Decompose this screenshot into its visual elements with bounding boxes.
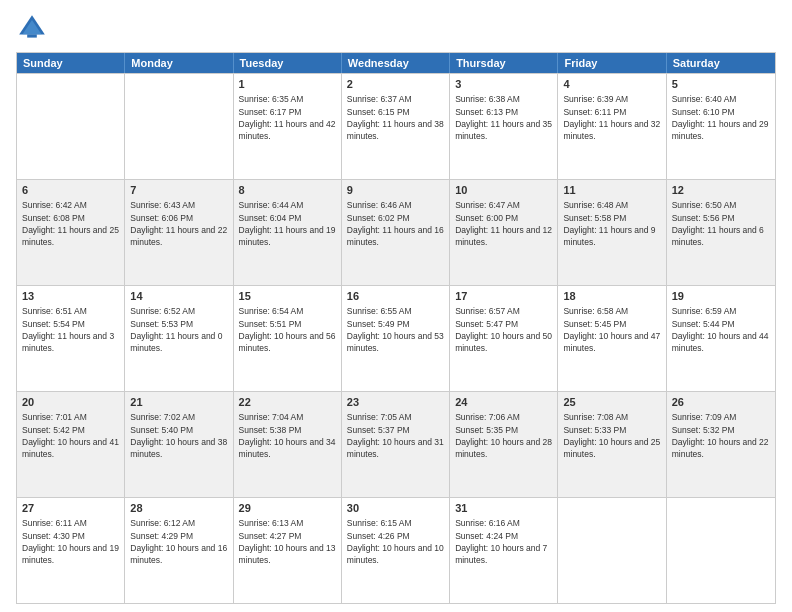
cal-cell-7: 7Sunrise: 6:43 AM Sunset: 6:06 PM Daylig… <box>125 180 233 285</box>
day-number: 6 <box>22 183 119 198</box>
day-info: Sunrise: 6:12 AM Sunset: 4:29 PM Dayligh… <box>130 517 227 566</box>
day-info: Sunrise: 7:02 AM Sunset: 5:40 PM Dayligh… <box>130 411 227 460</box>
header-day-friday: Friday <box>558 53 666 73</box>
day-info: Sunrise: 6:43 AM Sunset: 6:06 PM Dayligh… <box>130 199 227 248</box>
day-number: 2 <box>347 77 444 92</box>
day-number: 19 <box>672 289 770 304</box>
day-number: 10 <box>455 183 552 198</box>
day-number: 12 <box>672 183 770 198</box>
logo <box>16 12 52 44</box>
day-number: 30 <box>347 501 444 516</box>
cal-row-1: 6Sunrise: 6:42 AM Sunset: 6:08 PM Daylig… <box>17 179 775 285</box>
cal-cell-16: 16Sunrise: 6:55 AM Sunset: 5:49 PM Dayli… <box>342 286 450 391</box>
day-info: Sunrise: 6:50 AM Sunset: 5:56 PM Dayligh… <box>672 199 770 248</box>
day-number: 8 <box>239 183 336 198</box>
day-number: 24 <box>455 395 552 410</box>
header-day-sunday: Sunday <box>17 53 125 73</box>
header <box>16 12 776 44</box>
day-info: Sunrise: 7:01 AM Sunset: 5:42 PM Dayligh… <box>22 411 119 460</box>
day-number: 18 <box>563 289 660 304</box>
day-number: 5 <box>672 77 770 92</box>
cal-cell-23: 23Sunrise: 7:05 AM Sunset: 5:37 PM Dayli… <box>342 392 450 497</box>
header-day-monday: Monday <box>125 53 233 73</box>
day-info: Sunrise: 6:44 AM Sunset: 6:04 PM Dayligh… <box>239 199 336 248</box>
day-number: 1 <box>239 77 336 92</box>
logo-icon <box>16 12 48 44</box>
cal-cell-25: 25Sunrise: 7:08 AM Sunset: 5:33 PM Dayli… <box>558 392 666 497</box>
day-info: Sunrise: 6:55 AM Sunset: 5:49 PM Dayligh… <box>347 305 444 354</box>
day-number: 22 <box>239 395 336 410</box>
day-number: 15 <box>239 289 336 304</box>
day-number: 4 <box>563 77 660 92</box>
day-info: Sunrise: 7:04 AM Sunset: 5:38 PM Dayligh… <box>239 411 336 460</box>
day-info: Sunrise: 6:35 AM Sunset: 6:17 PM Dayligh… <box>239 93 336 142</box>
day-number: 17 <box>455 289 552 304</box>
day-number: 3 <box>455 77 552 92</box>
cal-cell-18: 18Sunrise: 6:58 AM Sunset: 5:45 PM Dayli… <box>558 286 666 391</box>
cal-cell-11: 11Sunrise: 6:48 AM Sunset: 5:58 PM Dayli… <box>558 180 666 285</box>
day-info: Sunrise: 6:57 AM Sunset: 5:47 PM Dayligh… <box>455 305 552 354</box>
page: SundayMondayTuesdayWednesdayThursdayFrid… <box>0 0 792 612</box>
cal-cell-26: 26Sunrise: 7:09 AM Sunset: 5:32 PM Dayli… <box>667 392 775 497</box>
day-info: Sunrise: 6:59 AM Sunset: 5:44 PM Dayligh… <box>672 305 770 354</box>
day-number: 20 <box>22 395 119 410</box>
cal-cell-14: 14Sunrise: 6:52 AM Sunset: 5:53 PM Dayli… <box>125 286 233 391</box>
cal-cell-29: 29Sunrise: 6:13 AM Sunset: 4:27 PM Dayli… <box>234 498 342 603</box>
calendar: SundayMondayTuesdayWednesdayThursdayFrid… <box>16 52 776 604</box>
cal-cell-12: 12Sunrise: 6:50 AM Sunset: 5:56 PM Dayli… <box>667 180 775 285</box>
cal-row-4: 27Sunrise: 6:11 AM Sunset: 4:30 PM Dayli… <box>17 497 775 603</box>
cal-row-3: 20Sunrise: 7:01 AM Sunset: 5:42 PM Dayli… <box>17 391 775 497</box>
cal-cell-10: 10Sunrise: 6:47 AM Sunset: 6:00 PM Dayli… <box>450 180 558 285</box>
day-number: 16 <box>347 289 444 304</box>
cal-cell-15: 15Sunrise: 6:54 AM Sunset: 5:51 PM Dayli… <box>234 286 342 391</box>
cal-cell-empty <box>17 74 125 179</box>
cal-cell-empty <box>667 498 775 603</box>
day-number: 23 <box>347 395 444 410</box>
cal-row-2: 13Sunrise: 6:51 AM Sunset: 5:54 PM Dayli… <box>17 285 775 391</box>
day-info: Sunrise: 6:40 AM Sunset: 6:10 PM Dayligh… <box>672 93 770 142</box>
cal-cell-31: 31Sunrise: 6:16 AM Sunset: 4:24 PM Dayli… <box>450 498 558 603</box>
day-number: 29 <box>239 501 336 516</box>
day-info: Sunrise: 6:47 AM Sunset: 6:00 PM Dayligh… <box>455 199 552 248</box>
day-info: Sunrise: 6:42 AM Sunset: 6:08 PM Dayligh… <box>22 199 119 248</box>
cal-cell-4: 4Sunrise: 6:39 AM Sunset: 6:11 PM Daylig… <box>558 74 666 179</box>
day-info: Sunrise: 6:58 AM Sunset: 5:45 PM Dayligh… <box>563 305 660 354</box>
day-info: Sunrise: 7:09 AM Sunset: 5:32 PM Dayligh… <box>672 411 770 460</box>
day-info: Sunrise: 6:46 AM Sunset: 6:02 PM Dayligh… <box>347 199 444 248</box>
day-number: 28 <box>130 501 227 516</box>
day-info: Sunrise: 6:48 AM Sunset: 5:58 PM Dayligh… <box>563 199 660 248</box>
header-day-tuesday: Tuesday <box>234 53 342 73</box>
svg-rect-2 <box>27 34 37 37</box>
day-number: 21 <box>130 395 227 410</box>
day-number: 13 <box>22 289 119 304</box>
cal-cell-28: 28Sunrise: 6:12 AM Sunset: 4:29 PM Dayli… <box>125 498 233 603</box>
day-info: Sunrise: 6:13 AM Sunset: 4:27 PM Dayligh… <box>239 517 336 566</box>
day-info: Sunrise: 6:39 AM Sunset: 6:11 PM Dayligh… <box>563 93 660 142</box>
header-day-saturday: Saturday <box>667 53 775 73</box>
day-number: 27 <box>22 501 119 516</box>
cal-cell-22: 22Sunrise: 7:04 AM Sunset: 5:38 PM Dayli… <box>234 392 342 497</box>
header-day-thursday: Thursday <box>450 53 558 73</box>
day-number: 14 <box>130 289 227 304</box>
cal-cell-8: 8Sunrise: 6:44 AM Sunset: 6:04 PM Daylig… <box>234 180 342 285</box>
day-number: 26 <box>672 395 770 410</box>
day-info: Sunrise: 7:06 AM Sunset: 5:35 PM Dayligh… <box>455 411 552 460</box>
day-info: Sunrise: 7:08 AM Sunset: 5:33 PM Dayligh… <box>563 411 660 460</box>
cal-cell-6: 6Sunrise: 6:42 AM Sunset: 6:08 PM Daylig… <box>17 180 125 285</box>
day-number: 11 <box>563 183 660 198</box>
day-info: Sunrise: 6:37 AM Sunset: 6:15 PM Dayligh… <box>347 93 444 142</box>
day-info: Sunrise: 7:05 AM Sunset: 5:37 PM Dayligh… <box>347 411 444 460</box>
cal-cell-24: 24Sunrise: 7:06 AM Sunset: 5:35 PM Dayli… <box>450 392 558 497</box>
day-info: Sunrise: 6:38 AM Sunset: 6:13 PM Dayligh… <box>455 93 552 142</box>
cal-row-0: 1Sunrise: 6:35 AM Sunset: 6:17 PM Daylig… <box>17 73 775 179</box>
cal-cell-20: 20Sunrise: 7:01 AM Sunset: 5:42 PM Dayli… <box>17 392 125 497</box>
cal-cell-27: 27Sunrise: 6:11 AM Sunset: 4:30 PM Dayli… <box>17 498 125 603</box>
day-info: Sunrise: 6:11 AM Sunset: 4:30 PM Dayligh… <box>22 517 119 566</box>
cal-cell-21: 21Sunrise: 7:02 AM Sunset: 5:40 PM Dayli… <box>125 392 233 497</box>
day-number: 25 <box>563 395 660 410</box>
day-number: 31 <box>455 501 552 516</box>
cal-cell-17: 17Sunrise: 6:57 AM Sunset: 5:47 PM Dayli… <box>450 286 558 391</box>
cal-cell-3: 3Sunrise: 6:38 AM Sunset: 6:13 PM Daylig… <box>450 74 558 179</box>
day-number: 9 <box>347 183 444 198</box>
cal-cell-5: 5Sunrise: 6:40 AM Sunset: 6:10 PM Daylig… <box>667 74 775 179</box>
